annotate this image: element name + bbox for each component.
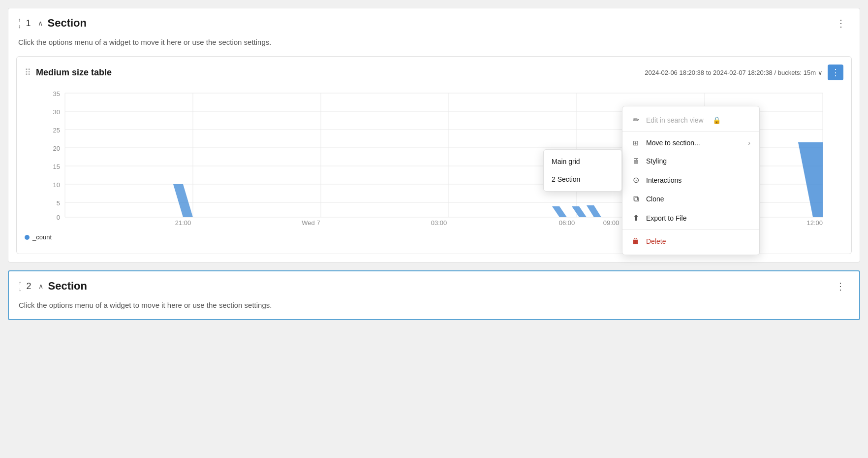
chevron-down-icon: ∨: [818, 69, 823, 76]
move-submenu-item-main-grid[interactable]: Main grid: [544, 153, 621, 170]
svg-text:Wed 7: Wed 7: [302, 219, 320, 226]
svg-text:09:00: 09:00: [603, 219, 620, 226]
svg-text:06:00: 06:00: [559, 219, 575, 226]
context-menu-item-delete[interactable]: 🗑 Delete: [622, 232, 759, 251]
section-2-wrapper: ↑ ↓ 2 ∧ Section ⋮ Click the options menu…: [8, 270, 860, 320]
svg-text:5: 5: [57, 199, 60, 207]
trash-icon: 🗑: [631, 237, 640, 246]
section-2-number: 2: [27, 281, 31, 292]
svg-marker-23: [173, 184, 193, 217]
widget-time-range-text: 2024-02-06 18:20:38 to 2024-02-07 18:20:…: [645, 69, 816, 76]
svg-text:21:00: 21:00: [175, 219, 191, 226]
export-icon: ⬆: [631, 213, 640, 223]
clone-icon: ⧉: [631, 195, 640, 203]
context-menu-item-move[interactable]: ⊞ Move to section... ›: [622, 134, 759, 152]
context-menu-interactions-label: Interactions: [646, 176, 682, 184]
svg-text:12:00: 12:00: [806, 219, 823, 226]
svg-marker-24: [552, 206, 567, 217]
move-submenu-main-grid-label: Main grid: [552, 158, 580, 165]
move-submenu-section2-label: 2 Section: [552, 175, 580, 183]
svg-text:15: 15: [53, 163, 60, 170]
context-menu-divider-1: [622, 131, 759, 132]
context-menu-edit-label: Edit in search view: [646, 116, 704, 124]
context-menu-item-interactions[interactable]: ⊙ Interactions: [622, 170, 759, 190]
pencil-icon: ✏: [631, 115, 640, 125]
legend-label: _count: [32, 233, 52, 241]
context-menu-styling-label: Styling: [646, 157, 667, 165]
svg-text:03:00: 03:00: [431, 219, 447, 226]
context-menu-delete-label: Delete: [646, 237, 666, 245]
svg-text:30: 30: [53, 108, 60, 116]
context-menu-move-label: Move to section...: [646, 139, 700, 147]
svg-text:0: 0: [57, 214, 60, 221]
section-2-header: ↑ ↓ 2 ∧ Section ⋮: [9, 271, 859, 301]
widget-title: Medium size table: [36, 67, 640, 78]
section-1-kebab-button[interactable]: ⋮: [832, 16, 850, 30]
context-menu-item-export[interactable]: ⬆ Export to File: [622, 208, 759, 228]
move-icon: ⊞: [631, 139, 640, 147]
svg-text:20: 20: [53, 145, 60, 152]
section-1-number: 1: [26, 18, 31, 29]
interactions-icon: ⊙: [631, 175, 640, 185]
svg-marker-25: [572, 206, 587, 217]
move-submenu-item-section-2[interactable]: 2 Section: [544, 170, 621, 188]
context-menu-clone-label: Clone: [646, 195, 664, 203]
context-menu: ✏ Edit in search view 🔒 ⊞ Move to sectio…: [622, 106, 760, 255]
context-menu-export-label: Export to File: [646, 214, 686, 222]
page-container: ↑ ↓ 1 ∧ Section ⋮ Click the options menu…: [0, 0, 868, 458]
widget-drag-handle[interactable]: ⠿: [25, 67, 31, 78]
section-1-title: Section: [48, 17, 827, 30]
svg-text:10: 10: [53, 181, 60, 189]
arrow-up-icon-2: ↑: [19, 280, 22, 286]
section-2-collapse-icon[interactable]: ∧: [38, 282, 43, 290]
arrow-up-icon: ↑: [18, 17, 21, 23]
arrow-down-icon: ↓: [18, 24, 21, 29]
section-1-hint: Click the options menu of a widget to mo…: [8, 38, 860, 56]
section-1-reorder[interactable]: ↑ ↓: [18, 17, 21, 29]
context-menu-item-edit[interactable]: ✏ Edit in search view 🔒: [622, 110, 759, 130]
section-1-collapse-icon[interactable]: ∧: [38, 19, 43, 27]
styling-icon: 🖥: [631, 157, 640, 165]
context-menu-divider-2: [622, 229, 759, 230]
widget-kebab-button[interactable]: ⋮: [828, 65, 843, 80]
section-2-hint: Click the options menu of a widget to mo…: [9, 301, 859, 319]
move-to-section-submenu: Main grid 2 Section: [543, 149, 622, 192]
svg-text:25: 25: [53, 127, 60, 134]
widget-time-range[interactable]: 2024-02-06 18:20:38 to 2024-02-07 18:20:…: [645, 69, 823, 76]
context-menu-item-styling[interactable]: 🖥 Styling: [622, 152, 759, 170]
widget-header: ⠿ Medium size table 2024-02-06 18:20:38 …: [25, 65, 843, 80]
section-2-title: Section: [48, 280, 827, 293]
chevron-right-icon: ›: [748, 139, 750, 147]
section-1-header: ↑ ↓ 1 ∧ Section ⋮: [8, 8, 860, 38]
svg-marker-27: [798, 142, 823, 217]
svg-marker-26: [587, 205, 601, 217]
legend-dot: [25, 235, 30, 240]
section-2-reorder[interactable]: ↑ ↓: [19, 280, 22, 292]
arrow-down-icon-2: ↓: [19, 287, 22, 292]
lock-icon: 🔒: [713, 116, 721, 124]
section-2-kebab-button[interactable]: ⋮: [832, 279, 849, 293]
context-menu-item-clone[interactable]: ⧉ Clone: [622, 190, 759, 208]
svg-text:35: 35: [53, 90, 60, 98]
